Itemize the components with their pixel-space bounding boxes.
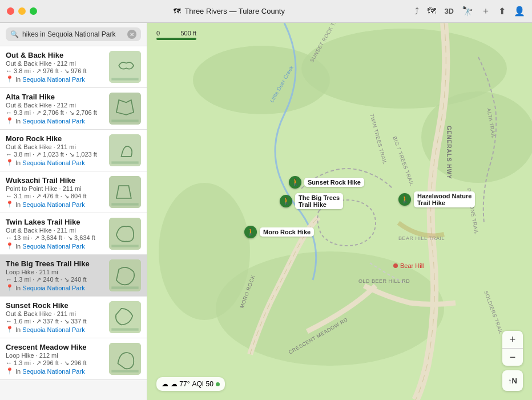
clear-search-button[interactable]: ✕ [127,30,136,39]
zoom-in-button[interactable]: + [502,331,523,348]
park-link[interactable]: Sequoia National Park [22,243,84,250]
svg-text:GENERALS HWY: GENERALS HWY [446,126,452,179]
park-link[interactable]: Sequoia National Park [22,326,84,333]
hiker-pin-hazelwood: 🚶 [398,193,411,206]
maximize-button[interactable] [30,7,37,15]
temperature: ☁ 77° [171,380,190,388]
traffic-lights [7,7,37,15]
main-content: 🔍 ✕ Out & Back HikeOut & Back Hike · 212… [0,23,532,400]
result-item[interactable]: Wuksachi Trail HikePoint to Point Hike ·… [0,171,147,213]
search-input-wrapper[interactable]: 🔍 ✕ [6,27,141,41]
sunset-rock-label: Sunset Rock Hike [304,178,364,187]
binoculars-icon[interactable]: 🔭 [462,6,473,17]
share-icon[interactable]: ⬆ [498,6,506,17]
location-pin-icon: 📍 [6,326,14,333]
compass[interactable]: ↑N [502,370,523,391]
park-link[interactable]: Sequoia National Park [22,118,84,125]
svg-rect-11 [111,286,138,289]
moro-rock-marker[interactable]: 🚶 Moro Rock Hike [244,226,314,238]
result-subtitle: Out & Back Hike · 212 mi [6,102,104,109]
result-detail: ↔ 1.3 mi · ↗ 240 ft · ↘ 240 ft [6,276,104,283]
sunset-rock-marker[interactable]: 🚶 Sunset Rock Hike [289,176,364,189]
scale-bar [156,38,196,40]
moro-rock-label: Moro Rock Hike [260,227,314,237]
result-title: Out & Back Hike [6,51,104,59]
result-location: 📍 In Sequoia National Park [6,367,104,375]
location-pin-icon: 📍 [6,159,14,166]
aqi-dot [216,382,220,386]
result-thumbnail [109,301,141,333]
park-link[interactable]: Sequoia National Park [22,159,84,166]
result-item[interactable]: Twin Lakes Trail HikeOut & Back Hike · 2… [0,213,147,255]
big-trees-marker[interactable]: 🚶 The Big TreesTrail Hike [280,193,343,209]
hazelwood-marker[interactable]: 🚶 Hazelwood NatureTrail Hike [398,191,475,207]
svg-rect-7 [111,203,138,205]
minimize-button[interactable] [18,7,26,15]
window-title: Three Rivers — Tulare County [184,7,285,15]
document-icon: 🗺 [174,7,181,15]
svg-rect-13 [111,328,138,330]
result-item[interactable]: Sunset Rock HikeOut & Back Hike · 211 mi… [0,297,147,338]
location-pin-icon: 📍 [6,242,14,250]
result-title: Crescent Meadow Hike [6,343,104,351]
title-bar: 🗺 Three Rivers — Tulare County ⤴ 🗺 3D 🔭 … [0,0,532,23]
result-title: Alta Trail Hike [6,93,104,101]
park-link[interactable]: Sequoia National Park [22,368,84,375]
result-title: Twin Lakes Trail Hike [6,218,104,226]
svg-rect-9 [111,245,138,247]
location-pin-icon: 📍 [6,201,14,208]
map-background: GENERALS HWY SUNSET ROCK TRAIL ALTA TRAI… [147,23,532,400]
result-thumbnail [109,93,141,125]
search-icon: 🔍 [10,30,19,38]
svg-text:BEAR HILL TRAIL: BEAR HILL TRAIL [398,235,445,241]
result-location: 📍 In Sequoia National Park [6,201,104,208]
park-link[interactable]: Sequoia National Park [22,285,84,291]
result-detail: ↔ 3.1 mi · ↗ 476 ft · ↘ 804 ft [6,193,104,200]
toolbar-icons: ⤴ 🗺 3D 🔭 ＋ ⬆ 👤 [414,5,525,17]
result-detail: ↔ 1.6 mi · ↗ 337 ft · ↘ 337 ft [6,318,104,325]
result-location: 📍 In Sequoia National Park [6,75,104,83]
svg-point-21 [159,183,250,320]
result-item[interactable]: Out & Back HikeOut & Back Hike · 212 mi↔… [0,46,147,88]
park-link[interactable]: Sequoia National Park [22,201,84,208]
location-pin-icon: 📍 [6,117,14,125]
result-subtitle: Loop Hike · 212 mi [6,352,104,359]
zoom-out-button[interactable]: − [502,349,523,366]
result-location: 📍 In Sequoia National Park [6,242,104,250]
search-input[interactable] [22,30,124,38]
profile-icon[interactable]: 👤 [514,6,525,17]
result-item[interactable]: Alta Trail HikeOut & Back Hike · 212 mi↔… [0,88,147,130]
weather-icon: ☁ [162,380,168,388]
result-title: Moro Rock Hike [6,134,104,143]
aqi-label: AQI 50 [192,380,213,388]
result-location: 📍 In Sequoia National Park [6,284,104,291]
map-area[interactable]: GENERALS HWY SUNSET ROCK TRAIL ALTA TRAI… [147,23,532,400]
result-info: Alta Trail HikeOut & Back Hike · 212 mi↔… [6,93,104,125]
svg-rect-15 [111,370,138,372]
location-icon[interactable]: ⤴ [414,6,419,17]
big-trees-label: The Big TreesTrail Hike [295,193,343,209]
plus-icon[interactable]: ＋ [481,5,490,17]
location-pin-icon: 📍 [6,284,14,291]
hiker-pin-moro: 🚶 [244,226,257,238]
hazelwood-label: Hazelwood NatureTrail Hike [414,191,475,207]
map-icon[interactable]: 🗺 [427,6,436,17]
park-link[interactable]: Sequoia National Park [22,76,84,83]
result-detail: ↔ 3.8 mi · ↗ 1,023 ft · ↘ 1,023 ft [6,151,104,158]
result-title: Sunset Rock Hike [6,301,104,310]
svg-point-34 [393,263,398,268]
result-info: Moro Rock HikeOut & Back Hike · 211 mi↔ … [6,134,104,166]
svg-text:OLD BEER HILL RD: OLD BEER HILL RD [358,278,410,284]
threed-button[interactable]: 3D [444,7,454,15]
scale-start: 0 [156,30,160,37]
result-subtitle: Out & Back Hike · 211 mi [6,143,104,150]
result-subtitle: Out & Back Hike · 212 mi [6,60,104,67]
svg-rect-3 [111,119,138,122]
close-button[interactable] [7,7,14,15]
result-item[interactable]: The Big Trees Trail HikeLoop Hike · 211 … [0,255,147,297]
result-item[interactable]: Crescent Meadow HikeLoop Hike · 212 mi↔ … [0,338,147,380]
hiker-pin-sunset: 🚶 [289,176,301,189]
result-thumbnail [109,218,141,250]
result-info: The Big Trees Trail HikeLoop Hike · 211 … [6,259,104,291]
result-item[interactable]: Moro Rock HikeOut & Back Hike · 211 mi↔ … [0,130,147,171]
